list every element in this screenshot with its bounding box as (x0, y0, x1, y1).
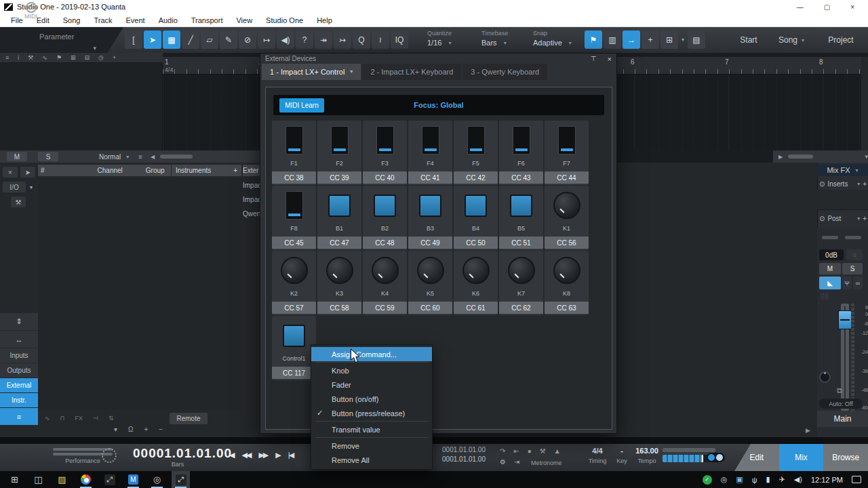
context-item-fader[interactable]: Fader (311, 378, 432, 392)
bend-marker-icon[interactable]: ≀ (372, 30, 389, 49)
knob-widget[interactable] (553, 192, 580, 219)
fader-widget[interactable] (285, 191, 303, 220)
wave-icon[interactable]: ∿ (42, 54, 47, 61)
mute-tool-icon[interactable]: ⊘ (239, 30, 256, 49)
time-unit-label[interactable]: Bars (133, 461, 222, 468)
chevron-down-icon[interactable]: ▾ (504, 40, 507, 46)
knob-widget[interactable] (462, 257, 490, 284)
song-button[interactable]: Song▾ (770, 27, 812, 53)
add-channel-icon[interactable]: + (144, 426, 149, 433)
fader-widget[interactable] (558, 126, 576, 155)
loop-start-value[interactable]: 0001.01.01.00 (434, 445, 486, 455)
timing-display[interactable]: 4/4 Timing (587, 447, 608, 464)
marker-icon[interactable]: ⚑ (56, 54, 62, 61)
follow-cursor-icon[interactable]: → (623, 30, 640, 49)
arrow-tool-icon[interactable]: ➤ (144, 30, 161, 49)
split-tool-icon[interactable]: ╱ (182, 30, 199, 49)
listen-tool-icon[interactable]: ◀) (277, 30, 294, 49)
keyboard-panel-icon[interactable]: ▥ (604, 30, 621, 49)
parameter-display[interactable]: Parameter ▾ (0, 27, 123, 53)
project-button[interactable]: Project (817, 27, 865, 53)
tempo-value[interactable]: 163.00 (632, 447, 662, 455)
fader-widget[interactable] (285, 126, 303, 155)
control-cell-f1[interactable]: F1CC 38 (272, 121, 316, 185)
add-insert-icon[interactable]: + (863, 180, 867, 188)
control-cell-f6[interactable]: F6CC 43 (499, 121, 543, 185)
chevron-down-icon[interactable]: ▾ (27, 182, 35, 192)
remove-channel-icon[interactable]: − (159, 426, 163, 433)
post-header[interactable]: ⊙ Post ▾ + (819, 213, 867, 224)
fader-widget[interactable] (513, 126, 530, 155)
control-cell-b2[interactable]: B2CC 48 (363, 186, 407, 250)
power-icon[interactable]: ⊙ (819, 180, 825, 188)
quantize-value[interactable]: 1/16 (427, 39, 441, 47)
power-icon[interactable]: ⊙ (819, 215, 825, 222)
chevron-down-icon[interactable]: ▾ (93, 45, 96, 52)
chevron-down-icon[interactable]: ▾ (679, 37, 686, 43)
close-button[interactable]: × (850, 3, 854, 11)
gain-value[interactable]: 0dB (819, 249, 844, 260)
fader-widget[interactable] (422, 126, 439, 155)
start-button[interactable]: Start (731, 27, 766, 53)
chevron-down-icon[interactable]: ▾ (350, 64, 353, 80)
sidebar-tab-inputs[interactable]: Inputs (0, 348, 38, 363)
routing-icon[interactable]: ⊣ (93, 415, 98, 422)
metronome-label[interactable]: Metronome (531, 460, 562, 466)
context-item-assign-command[interactable]: Assign Command... (311, 347, 432, 361)
eraser-tool-icon[interactable]: ▱ (201, 30, 218, 49)
chevron-down-icon[interactable]: ▾ (857, 181, 860, 187)
control-cell-f8[interactable]: F8CC 45 (272, 186, 316, 250)
stereo-mode-button[interactable]: ∞ (853, 277, 863, 289)
context-item-remove-all[interactable]: Remove All (311, 453, 432, 467)
time-display[interactable]: 00001.01.01.00 Bars (133, 446, 222, 468)
metronome-icon[interactable]: ▲ (554, 447, 561, 455)
code-m-icon[interactable]: M (124, 471, 142, 488)
mix-button[interactable]: Mix (779, 444, 824, 471)
control-cell-k5[interactable]: K5CC 60 (408, 251, 452, 315)
punch-in-icon[interactable]: ⇤ (513, 447, 519, 455)
chevron-down-icon[interactable]: ▾ (857, 216, 860, 222)
button-widget[interactable] (465, 195, 487, 217)
iq-input-quantize-icon[interactable]: IQ (391, 30, 408, 49)
control-cell-b3[interactable]: B3CC 49 (408, 186, 452, 250)
menu-studio-one[interactable]: Studio One (259, 14, 310, 27)
fast-forward-icon[interactable]: ▶▶ (258, 451, 267, 460)
sort-icon[interactable]: ⇅ (108, 415, 114, 422)
key-display[interactable]: - Key (613, 447, 631, 464)
device-tab-3[interactable]: 3 - Qwerty Keyboard (462, 64, 547, 80)
timing-value[interactable]: 4/4 (587, 447, 608, 455)
punch-out-icon[interactable]: ⇥ (514, 458, 519, 466)
external-device-item[interactable]: Qwert (243, 207, 260, 221)
snap-group[interactable]: Snap Adaptive▾ (533, 30, 572, 47)
control-cell-f3[interactable]: F3CC 40 (363, 121, 407, 185)
remote-button[interactable]: Remote (170, 413, 208, 424)
sidebar-tab-instr[interactable]: Instr. (0, 393, 38, 407)
playhead-position[interactable]: 00001.01.01.00 (133, 446, 222, 461)
mute-all-button[interactable]: M (7, 152, 27, 161)
grid-settings-icon[interactable]: ⊞ (660, 30, 678, 49)
mixfx-header[interactable]: Mix FX ▾ (817, 164, 868, 176)
file-explorer-icon[interactable]: ▨ (53, 471, 71, 488)
notification-center-icon[interactable] (852, 476, 861, 483)
autoscroll-icon[interactable]: ⚑ (585, 30, 602, 49)
button-widget[interactable] (283, 325, 305, 347)
loop-range-display[interactable]: 0001.01.01.00 0001.01.01.00 (434, 445, 486, 464)
knob-widget[interactable] (553, 257, 580, 284)
lines-icon[interactable]: ≡ (138, 153, 142, 161)
fader-widget[interactable] (467, 126, 485, 155)
inserts-slot[interactable] (817, 190, 868, 210)
add-track-icon[interactable]: + (113, 54, 116, 61)
record-mode-icon[interactable]: ● (528, 447, 532, 455)
knob-widget[interactable] (417, 257, 444, 284)
battery-icon[interactable]: ▮ (766, 475, 770, 484)
cue-mix-slider[interactable] (822, 236, 838, 239)
chevron-right-icon[interactable]: ▶ (806, 427, 810, 434)
menu-view[interactable]: View (229, 14, 259, 27)
chevron-down-icon[interactable]: ▾ (802, 37, 804, 43)
inspector-icon[interactable]: i (18, 54, 19, 61)
scroll-left-icon[interactable]: ◀ (151, 154, 155, 160)
solo-button[interactable]: S (842, 263, 863, 274)
button-widget[interactable] (419, 195, 441, 217)
pin-icon[interactable]: ⊤ (591, 55, 597, 62)
preroll-icon[interactable]: ↷ (500, 447, 505, 455)
